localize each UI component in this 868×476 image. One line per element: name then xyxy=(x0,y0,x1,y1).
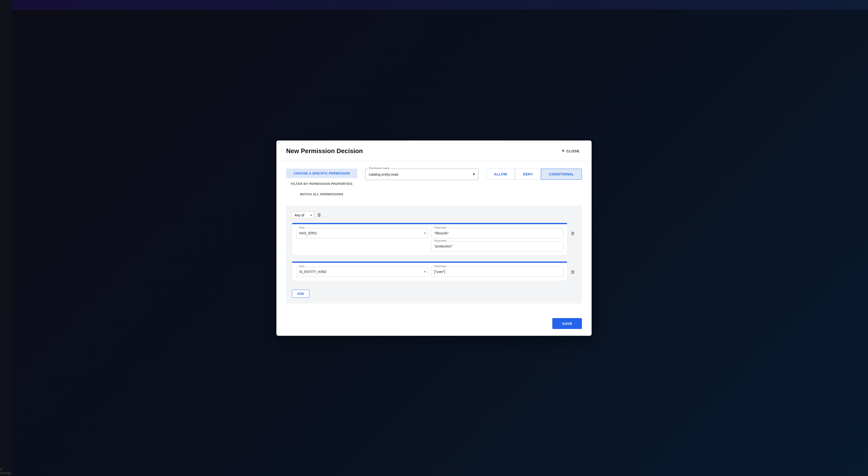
rule-2-delete-button[interactable]: 🗑 xyxy=(570,269,576,276)
modal: New Permission Decision ✕ CLOSE CHOOSE A… xyxy=(276,141,592,336)
rule-1-rule-group: Rule HAS_SPEC IS_ENTITY_KIND HAS_TAG HAS… xyxy=(296,228,428,238)
rule-2-main-row: Rule HAS_SPEC IS_ENTITY_KIND HAS_TAG HAS… xyxy=(296,267,563,277)
rule-1-delete-button[interactable]: 🗑 xyxy=(570,230,576,237)
rule-1-param1-input[interactable] xyxy=(431,228,563,238)
rule-1-fields: Rule HAS_SPEC IS_ENTITY_KIND HAS_TAG HAS… xyxy=(296,228,563,251)
any-of-select[interactable]: Any of All of None of xyxy=(292,212,314,219)
rule-2-rule-group: Rule HAS_SPEC IS_ENTITY_KIND HAS_TAG HAS… xyxy=(296,267,428,277)
rule-2-param1-input[interactable] xyxy=(431,267,563,277)
modal-header: New Permission Decision ✕ CLOSE xyxy=(276,141,592,161)
rule-1-rule-label: Rule xyxy=(299,226,306,229)
close-label: CLOSE xyxy=(566,149,580,153)
modal-body: CHOOSE A SPECIFIC PERMISSION FILTER BY P… xyxy=(276,161,592,314)
trash-icon-rule2: 🗑 xyxy=(571,270,575,274)
rule-1-row: Rule HAS_SPEC IS_ENTITY_KIND HAS_TAG HAS… xyxy=(292,223,576,259)
rule-2-param1-group: Parameter xyxy=(431,267,563,277)
rule-2-card: Rule HAS_SPEC IS_ENTITY_KIND HAS_TAG HAS… xyxy=(292,261,567,281)
rule-2-row: Rule HAS_SPEC IS_ENTITY_KIND HAS_TAG HAS… xyxy=(292,261,576,285)
close-button[interactable]: ✕ CLOSE xyxy=(559,147,582,154)
step-choose-specific[interactable]: CHOOSE A SPECIFIC PERMISSION xyxy=(286,169,358,178)
modal-overlay: New Permission Decision ✕ CLOSE CHOOSE A… xyxy=(0,0,868,476)
rule-1-card-wrapper: Rule HAS_SPEC IS_ENTITY_KIND HAS_TAG HAS… xyxy=(292,223,567,259)
modal-title: New Permission Decision xyxy=(286,147,363,155)
top-row: CHOOSE A SPECIFIC PERMISSION FILTER BY P… xyxy=(286,169,582,199)
rule-2-fields: Rule HAS_SPEC IS_ENTITY_KIND HAS_TAG HAS… xyxy=(296,267,563,277)
rule-1-param1-label: Parameter xyxy=(434,226,447,229)
trash-icon-any: 🗑 xyxy=(317,212,321,217)
rule-1-main-row: Rule HAS_SPEC IS_ENTITY_KIND HAS_TAG HAS… xyxy=(296,228,563,238)
rule-1-param2-label: Parameter xyxy=(434,239,447,242)
rule-1-extra-row: Parameter xyxy=(296,241,563,251)
any-of-wrapper: Any of All of None of ▾ xyxy=(292,212,314,219)
rule-1-param2-input[interactable] xyxy=(431,241,563,251)
modal-footer: SAVE xyxy=(276,314,592,336)
conditions-container: Any of All of None of ▾ 🗑 xyxy=(286,206,582,303)
permission-name-label: Permission name xyxy=(368,167,391,170)
step-match-all[interactable]: MATCH ALL PERMISSIONS xyxy=(286,189,358,199)
save-button[interactable]: SAVE xyxy=(552,318,582,329)
rule-1-rule-select[interactable]: HAS_SPEC IS_ENTITY_KIND HAS_TAG HAS_LABE… xyxy=(296,228,428,238)
add-rule-button[interactable]: ADD xyxy=(292,290,309,298)
steps-panel: CHOOSE A SPECIFIC PERMISSION FILTER BY P… xyxy=(286,169,358,199)
permission-name-select[interactable]: catalog.entity.read catalog.entity.write… xyxy=(365,169,478,180)
allow-button[interactable]: ALLOW xyxy=(486,169,515,180)
trash-icon-rule1: 🗑 xyxy=(571,231,575,236)
add-button-row: ADD xyxy=(292,288,576,298)
rule-2-body: Rule HAS_SPEC IS_ENTITY_KIND HAS_TAG HAS… xyxy=(292,263,567,281)
deny-button[interactable]: DENY xyxy=(515,169,541,180)
rule-1-param2-group: Parameter xyxy=(431,241,563,251)
rule-1-card: Rule HAS_SPEC IS_ENTITY_KIND HAS_TAG HAS… xyxy=(292,223,567,256)
permission-name-field: Permission name catalog.entity.read cata… xyxy=(365,169,478,180)
close-icon: ✕ xyxy=(561,149,565,153)
any-of-row: Any of All of None of ▾ 🗑 xyxy=(292,212,576,219)
step-filter-by-props[interactable]: FILTER BY PERMISSION PROPERTIES xyxy=(286,179,358,188)
decision-buttons: ALLOW DENY CONDITIONAL xyxy=(486,169,582,180)
rule-2-rule-label: Rule xyxy=(299,265,306,268)
conditional-button[interactable]: CONDITIONAL xyxy=(541,169,582,180)
rule-1-body: Rule HAS_SPEC IS_ENTITY_KIND HAS_TAG HAS… xyxy=(292,224,567,255)
any-of-delete-button[interactable]: 🗑 xyxy=(316,212,322,218)
rule-1-param1-group: Parameter xyxy=(431,228,563,238)
rule-2-card-wrapper: Rule HAS_SPEC IS_ENTITY_KIND HAS_TAG HAS… xyxy=(292,261,567,285)
rule-2-param1-label: Parameter xyxy=(434,265,447,268)
rule-2-rule-select[interactable]: HAS_SPEC IS_ENTITY_KIND HAS_TAG HAS_LABE… xyxy=(296,267,428,277)
